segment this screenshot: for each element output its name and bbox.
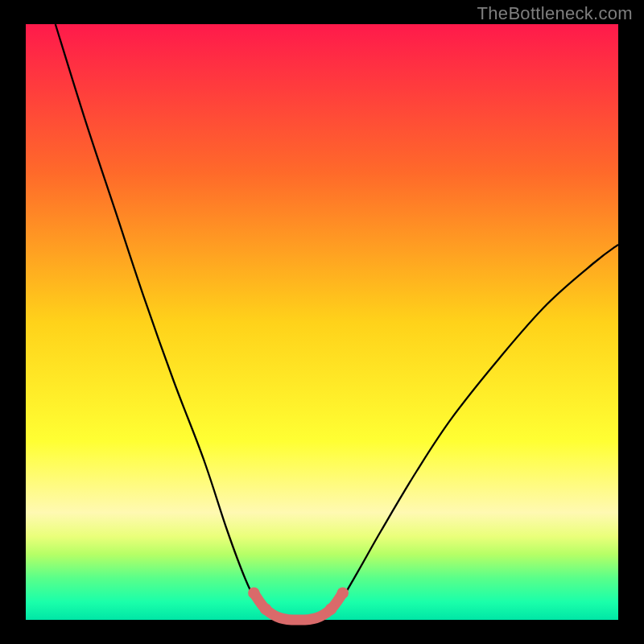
watermark-label: TheBottleneck.com — [477, 3, 633, 24]
optimal-zone-dot — [260, 603, 271, 614]
optimal-zone-dot — [248, 588, 259, 599]
chart-frame: TheBottleneck.com — [0, 0, 644, 644]
optimal-zone-dot — [337, 588, 349, 599]
optimal-zone-dot — [325, 603, 336, 614]
bottleneck-chart — [0, 0, 644, 644]
